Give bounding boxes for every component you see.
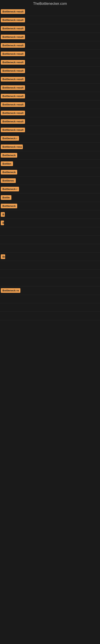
list-item: B <box>0 210 100 219</box>
list-item: Bottleneck resu <box>0 143 100 151</box>
bottleneck-badge[interactable]: Bottleneck result <box>1 52 25 56</box>
list-item: Bottleneck result <box>0 109 100 117</box>
list-item: Bottle <box>0 194 100 202</box>
list-item <box>0 312 100 320</box>
list-item: Bottleneck result <box>0 66 100 75</box>
list-item: Bottleneck result <box>0 75 100 84</box>
list-item: Bottleneck result <box>0 50 100 58</box>
bottleneck-badge[interactable]: B <box>1 212 5 217</box>
bottleneck-badge[interactable]: Bottleneck r <box>1 187 19 192</box>
list-item: Bottleneck <box>0 202 100 210</box>
list-item: Bottleneck result <box>0 41 100 50</box>
list-item: Bottleneck result <box>0 92 100 100</box>
bottleneck-badge[interactable]: Bottleneck result <box>1 34 25 39</box>
list-item: Bottleneck <box>0 168 100 176</box>
list-item: Bottleneck result <box>0 84 100 92</box>
bottleneck-badge[interactable]: Bottleneck result <box>1 26 25 31</box>
list-item: Bottleneck result <box>0 8 100 16</box>
list-item: Bottleneck r <box>0 185 100 194</box>
list-item: B <box>0 219 100 227</box>
list-item: Bottleneck result <box>0 16 100 24</box>
bottleneck-badge[interactable]: Bottleneck result <box>1 68 25 73</box>
bottleneck-badge[interactable]: Bottleneck <box>1 170 17 174</box>
list-item <box>0 244 100 252</box>
bottleneck-badge[interactable]: Bottleneck result <box>1 128 25 132</box>
bottleneck-badge[interactable]: Bottleneck result <box>1 18 25 22</box>
list-item: Bottleneck result <box>0 100 100 109</box>
list-item: Bottleneck <box>0 151 100 160</box>
bottleneck-badge[interactable]: Bottle <box>1 195 11 200</box>
list-item: Bottlenec <box>0 176 100 185</box>
bottleneck-badge[interactable]: Bottleneck <box>1 204 17 208</box>
list-item <box>0 303 100 312</box>
bottleneck-badge[interactable]: Bottleneck result <box>1 111 25 115</box>
list-item <box>0 227 100 236</box>
bottleneck-badge[interactable]: Bottleneck <box>1 153 17 158</box>
bottleneck-badge[interactable]: Bottleneck re <box>1 288 20 293</box>
site-title-text: TheBottlenecker.com <box>33 2 67 6</box>
list-item: Bottleneck re <box>0 286 100 295</box>
list-item <box>0 278 100 286</box>
bottleneck-badge[interactable]: Bottleneck result <box>1 94 25 98</box>
list-item: Bottleneck result <box>0 126 100 134</box>
list-item: Bottleneck result <box>0 117 100 126</box>
list-item <box>0 236 100 244</box>
bottleneck-badge[interactable]: B <box>1 220 4 225</box>
list-item: Bottleneck result <box>0 58 100 66</box>
bottleneck-badge[interactable]: Bottleneck result <box>1 43 25 48</box>
bottleneck-badge[interactable]: Bottleneck result <box>1 9 25 14</box>
bottleneck-badge[interactable]: Bottleneck result <box>1 102 25 107</box>
site-title: TheBottlenecker.com <box>0 0 100 8</box>
list-item: Bottleneck result <box>0 24 100 33</box>
bottleneck-badge[interactable]: Bottleneck result <box>1 77 25 82</box>
bottleneck-badge[interactable]: Bottleneck result <box>1 85 25 90</box>
list-item: Bo <box>0 252 100 261</box>
bottleneck-badge[interactable]: Bottlen <box>1 162 13 166</box>
bottleneck-badge[interactable]: Bottleneck result <box>1 60 25 64</box>
list-item: Bottlen <box>0 160 100 168</box>
list-item <box>0 295 100 303</box>
list-item <box>0 270 100 278</box>
bottleneck-badge[interactable]: Bottlenec <box>1 178 16 183</box>
list-item: Bottleneck r <box>0 134 100 143</box>
bottleneck-badge[interactable]: Bo <box>1 254 5 259</box>
bottleneck-badge[interactable]: Bottleneck resu <box>1 144 23 149</box>
list-item <box>0 261 100 270</box>
bottleneck-badge[interactable]: Bottleneck result <box>1 119 25 124</box>
bottleneck-badge[interactable]: Bottleneck r <box>1 136 19 141</box>
list-item: Bottleneck result <box>0 33 100 41</box>
